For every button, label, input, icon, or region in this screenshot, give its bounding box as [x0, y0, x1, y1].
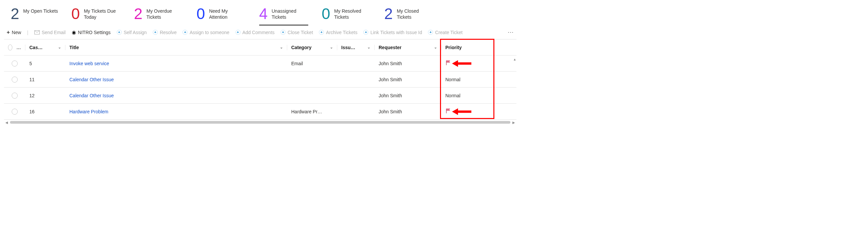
priority-text: Normal [445, 93, 460, 98]
nitro-settings-button[interactable]: ◉ NITRO Settings [72, 29, 111, 35]
title-link[interactable]: Hardware Problem [69, 109, 108, 114]
row-select[interactable] [4, 60, 25, 67]
priority-flag-icon [445, 108, 451, 115]
title-link[interactable]: Calendar Other Issue [69, 93, 114, 98]
send-email-label: Send Email [42, 30, 66, 35]
resolve-button[interactable]: Resolve [153, 30, 177, 35]
col-priority[interactable]: Priority [441, 45, 493, 50]
close-ticket-label: Close Ticket [287, 30, 313, 35]
plus-circle-icon [363, 30, 368, 35]
radio-icon [12, 77, 18, 83]
cell-title[interactable]: Invoke web service [65, 61, 287, 66]
mail-icon [34, 30, 40, 35]
send-email-button[interactable]: Send Email [34, 30, 66, 35]
stat-resolved[interactable]: 0 My Resolved Tickets [321, 6, 371, 25]
nitro-label: NITRO Settings [78, 30, 111, 35]
scrollbar-track [10, 121, 510, 124]
table-row[interactable]: 11Calendar Other IssueJohn SmithNormal [4, 72, 517, 87]
stat-my-open[interactable]: 2 My Open Tickets [11, 6, 58, 25]
plus-icon: + [7, 29, 10, 35]
cell-requester: John Smith [375, 109, 441, 114]
row-select[interactable] [4, 93, 25, 99]
plus-circle-icon [428, 30, 433, 35]
cell-priority: Normal [441, 93, 493, 98]
cell-case: 16 [25, 109, 65, 114]
col-title[interactable]: Title ⌄ [65, 45, 287, 50]
col-issue-label: Issu… [341, 45, 355, 50]
table-row[interactable]: 12Calendar Other IssueJohn SmithNormal [4, 87, 517, 104]
stat-overdue[interactable]: 2 My Overdue Tickets [134, 6, 183, 25]
radio-icon [8, 45, 12, 50]
self-assign-button[interactable]: Self Assign [117, 30, 147, 35]
plus-circle-icon [183, 30, 187, 35]
stat-need-attention[interactable]: 0 Need My Attention [196, 6, 246, 25]
cell-title[interactable]: Calendar Other Issue [65, 93, 287, 98]
new-button[interactable]: + New [7, 29, 21, 35]
col-category-label: Category [291, 45, 312, 50]
cell-priority [441, 60, 493, 67]
cell-category: Email [287, 61, 337, 66]
col-requester[interactable]: Requester ⌄ [375, 45, 441, 50]
stat-label: My Open Tickets [23, 6, 58, 14]
row-select[interactable] [4, 77, 25, 83]
cell-title[interactable]: Calendar Other Issue [65, 77, 287, 82]
col-case[interactable]: Cas… ⌄ [25, 45, 65, 50]
create-ticket-button[interactable]: Create Ticket [428, 30, 462, 35]
link-button[interactable]: Link Tickets with Issue Id [363, 30, 422, 35]
row-select[interactable] [4, 109, 25, 115]
stat-label: Need My Attention [209, 6, 246, 20]
stat-count: 0 [321, 6, 330, 21]
stat-label: My Resolved Tickets [334, 6, 371, 20]
scroll-up-icon[interactable]: ▲ [513, 57, 517, 61]
plus-circle-icon [153, 30, 158, 35]
cell-title[interactable]: Hardware Problem [65, 109, 287, 114]
col-issue[interactable]: Issu… ⌄ [337, 45, 375, 50]
create-label: Create Ticket [435, 30, 462, 35]
chevron-down-icon: ⌄ [280, 45, 283, 50]
stat-unassigned[interactable]: 4 Unassigned Tickets [259, 6, 309, 25]
stat-closed[interactable]: 2 My Closed Tickets [384, 6, 434, 25]
annotation-arrow-icon [452, 108, 472, 115]
add-comments-button[interactable]: Add Comments [236, 30, 275, 35]
radio-icon [12, 93, 18, 99]
close-ticket-button[interactable]: Close Ticket [281, 30, 313, 35]
more-menu[interactable]: ··· [508, 29, 514, 36]
select-all-cell[interactable]: … [4, 45, 25, 50]
stat-count: 0 [196, 6, 205, 21]
chevron-down-icon: ⌄ [367, 45, 370, 50]
toolbar: + New | Send Email ◉ NITRO Settings Self… [4, 25, 517, 39]
col-title-label: Title [69, 45, 79, 50]
cell-requester: John Smith [375, 93, 441, 98]
title-link[interactable]: Invoke web service [69, 61, 109, 66]
assign-label: Assign to someone [189, 30, 229, 35]
stat-label: My Overdue Tickets [147, 6, 183, 20]
stat-count: 0 [71, 6, 80, 21]
chevron-down-icon: ⌄ [434, 45, 437, 50]
cell-requester: John Smith [375, 77, 441, 82]
stat-count: 2 [11, 6, 19, 21]
table-row[interactable]: 16Hardware ProblemHardware Pr…John Smith [4, 104, 517, 120]
plus-circle-icon [319, 30, 324, 35]
header-ellipsis: … [15, 45, 21, 50]
col-requester-label: Requester [379, 45, 401, 50]
h-scrollbar[interactable]: ◀ ▶ [4, 120, 517, 125]
annotation-arrow-icon [452, 60, 472, 67]
stat-due-today[interactable]: 0 My Tickets Due Today [71, 6, 121, 25]
plus-circle-icon [281, 30, 285, 35]
cell-requester: John Smith [375, 61, 441, 66]
cell-case: 5 [25, 61, 65, 66]
table-header-row: … Cas… ⌄ Title ⌄ Category ⌄ Issu… ⌄ Requ… [4, 40, 517, 55]
assign-button[interactable]: Assign to someone [183, 30, 229, 35]
archive-button[interactable]: Archive Tickets [319, 30, 357, 35]
cell-category: Hardware Pr… [287, 109, 337, 114]
title-link[interactable]: Calendar Other Issue [69, 77, 114, 82]
eye-icon: ◉ [72, 29, 76, 35]
svg-marker-4 [452, 108, 458, 115]
scroll-right-icon: ▶ [512, 120, 516, 124]
stats-bar: 2 My Open Tickets 0 My Tickets Due Today… [4, 3, 517, 25]
stat-count: 2 [134, 6, 143, 21]
resolve-label: Resolve [160, 30, 177, 35]
table-row[interactable]: 5Invoke web serviceEmailJohn Smith [4, 55, 517, 72]
col-category[interactable]: Category ⌄ [287, 45, 337, 50]
col-case-label: Cas… [29, 45, 43, 50]
